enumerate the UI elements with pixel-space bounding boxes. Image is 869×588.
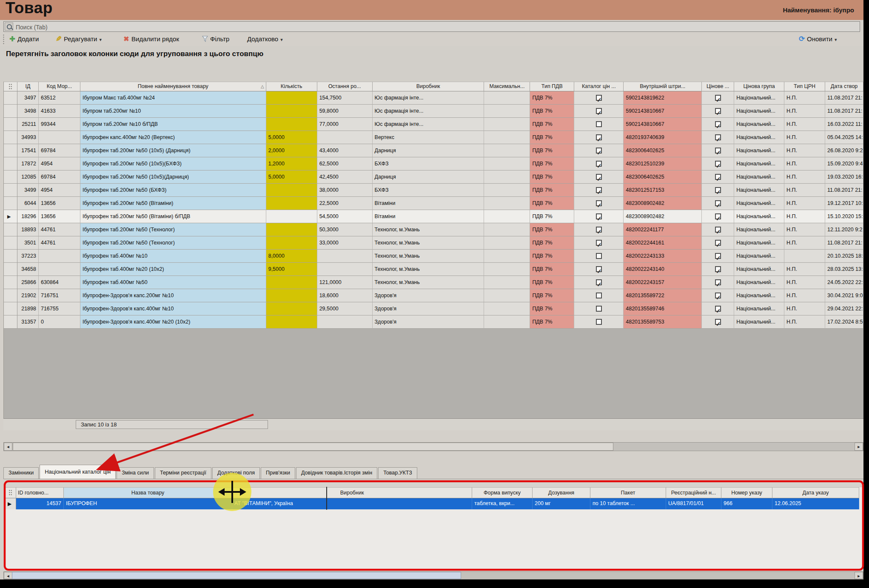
checkbox-unchecked-icon[interactable]: [596, 253, 602, 259]
cell-created[interactable]: 19.03.2020 16:: [825, 170, 863, 184]
cell-price_group[interactable]: Національний...: [734, 250, 784, 263]
scroll-thumb[interactable]: [13, 443, 613, 451]
cell-max[interactable]: [484, 91, 530, 105]
cell-catalog[interactable]: [574, 157, 624, 170]
cell-created[interactable]: 24.05.2022 22:: [825, 276, 863, 289]
cell-barcode[interactable]: 4820022243140: [624, 263, 702, 276]
cell-barcode[interactable]: 4820135589746: [624, 302, 702, 315]
detail-grid-row[interactable]: 14537ІБУПРОФЕНАТ "ВІТАМІНИ", Українатабл…: [5, 498, 859, 509]
column-header-id[interactable]: ІД: [17, 82, 39, 91]
checkbox-checked-icon[interactable]: [596, 213, 602, 219]
cell-name[interactable]: Ібупрофен таб.200мг №50 (Технолог): [80, 223, 266, 236]
cell-last[interactable]: 42,4500: [317, 170, 373, 184]
cell-catalog[interactable]: [574, 302, 624, 315]
cell-price_group[interactable]: Національний...: [734, 315, 784, 329]
cell-last[interactable]: [317, 263, 373, 276]
cell-qty[interactable]: 1,2000: [266, 157, 317, 170]
cell-qty[interactable]: 5,0000: [266, 170, 317, 184]
checkbox-checked-icon[interactable]: [715, 253, 721, 259]
cell-code[interactable]: 69784: [39, 144, 80, 157]
row-indicator[interactable]: [4, 197, 17, 210]
cell-manufacturer[interactable]: Здоров'я: [373, 315, 484, 329]
cell-created[interactable]: 11.08.2017 21:: [825, 236, 863, 250]
cell-id[interactable]: 6044: [17, 197, 39, 210]
cell-qty[interactable]: [266, 184, 317, 197]
cell-catalog[interactable]: [574, 184, 624, 197]
cell-id[interactable]: 37223: [17, 250, 39, 263]
checkbox-checked-icon[interactable]: [596, 240, 602, 246]
cell-max[interactable]: [484, 289, 530, 302]
cell-id[interactable]: 18296: [17, 210, 39, 223]
cell-max[interactable]: [484, 250, 530, 263]
cell-max[interactable]: [484, 105, 530, 118]
cell-created[interactable]: 29.04.2021 22:: [825, 302, 863, 315]
cell-id[interactable]: 31357: [17, 315, 39, 329]
cell-qty[interactable]: [266, 223, 317, 236]
cell-name[interactable]: Ібупрофен таб.200мг №50 (БХФЗ): [80, 184, 266, 197]
checkbox-checked-icon[interactable]: [715, 227, 721, 233]
cell-created[interactable]: 11.08.2017 21:: [825, 91, 863, 105]
checkbox-checked-icon[interactable]: [715, 161, 721, 167]
cell-vat[interactable]: ПДВ 7%: [530, 105, 574, 118]
cell-vat[interactable]: ПДВ 7%: [530, 91, 574, 105]
cell-manufacturer[interactable]: Вітаміни: [373, 197, 484, 210]
cell-name[interactable]: Ібупрофен таб.200мг №50 (Технолог): [80, 236, 266, 250]
cell-created[interactable]: 11.08.2017 21:: [825, 184, 863, 197]
cell-qty[interactable]: 9,5000: [266, 263, 317, 276]
row-indicator[interactable]: [5, 498, 16, 509]
cell-manufacturer[interactable]: Юс фармація інте...: [373, 105, 484, 118]
scroll-left-button[interactable]: [4, 443, 12, 451]
checkbox-checked-icon[interactable]: [596, 134, 602, 140]
cell-price_check[interactable]: [702, 289, 734, 302]
detail-column-header-form[interactable]: Форма випуску: [472, 487, 533, 498]
checkbox-checked-icon[interactable]: [715, 148, 721, 153]
cell-price_group[interactable]: Національний...: [734, 105, 784, 118]
cell-crn[interactable]: Н.П.: [784, 263, 825, 276]
table-row[interactable]: 1754169784Ібупрофен таб.200мг №50 (10х5)…: [4, 144, 863, 157]
cell-barcode[interactable]: 4823006402625: [624, 144, 702, 157]
tab-national-price-catalog[interactable]: Національний каталог цін: [40, 465, 116, 479]
scroll-right-button[interactable]: [855, 443, 863, 451]
table-row[interactable]: 349841633Ібупром таб.200мг №1059,8000Юс …: [4, 105, 863, 118]
cell-qty[interactable]: [266, 210, 317, 223]
cell-price_check[interactable]: [702, 91, 734, 105]
cell-name[interactable]: Ібупрофен таб.200мг №50 (Вітаміни) б/ПДВ: [80, 210, 266, 223]
column-header-barcode[interactable]: Внутрішній штри...: [624, 82, 702, 91]
cell-manufacturer[interactable]: Дарниця: [373, 144, 484, 157]
cell-catalog[interactable]: [574, 289, 624, 302]
cell-barcode[interactable]: 5902143819622: [624, 91, 702, 105]
cell-created[interactable]: 20.10.2025 18:: [825, 250, 863, 263]
detail-cell-decree_date[interactable]: 12.06.2025: [772, 498, 859, 509]
cell-qty[interactable]: [266, 289, 317, 302]
cell-barcode[interactable]: 4820135589753: [624, 315, 702, 329]
checkbox-checked-icon[interactable]: [715, 187, 721, 193]
row-indicator[interactable]: [4, 289, 17, 302]
cell-name[interactable]: Ібупрофен таб.200мг №50 (Вітаміни): [80, 197, 266, 210]
edit-button[interactable]: Редагувати: [52, 34, 104, 45]
cell-manufacturer[interactable]: Юс фармація інте...: [373, 91, 484, 105]
cell-catalog[interactable]: [574, 197, 624, 210]
cell-max[interactable]: [484, 197, 530, 210]
table-row[interactable]: 1829613656Ібупрофен таб.200мг №50 (Вітам…: [4, 210, 863, 223]
cell-catalog[interactable]: [574, 315, 624, 329]
scroll-right-button[interactable]: [855, 572, 863, 579]
cell-price_group[interactable]: Національний...: [734, 184, 784, 197]
cell-crn[interactable]: Н.П.: [784, 170, 825, 184]
cell-max[interactable]: [484, 157, 530, 170]
grid-handle-icon[interactable]: [5, 487, 16, 498]
cell-crn[interactable]: Н.П.: [784, 157, 825, 170]
cell-price_check[interactable]: [702, 170, 734, 184]
cell-price_check[interactable]: [702, 223, 734, 236]
table-row[interactable]: 21902716751Ібупрофен-Здоров'я капс.200мг…: [4, 289, 863, 302]
column-header-name[interactable]: Повне найменування товару△: [80, 82, 266, 91]
detail-column-header-reg_number[interactable]: Реєстраційний н...: [666, 487, 721, 498]
cell-manufacturer[interactable]: Технолог, м.Умань: [373, 263, 484, 276]
table-row[interactable]: 604413656Ібупрофен таб.200мг №50 (Вітамі…: [4, 197, 863, 210]
cell-name[interactable]: Ібупрофен таб.200мг №50 (10х5)(БХФЗ): [80, 157, 266, 170]
detail-column-header-manufacturer[interactable]: Виробник: [232, 487, 472, 498]
cell-catalog[interactable]: [574, 131, 624, 144]
tab-7[interactable]: Товар.УКТЗ: [378, 467, 417, 479]
cell-max[interactable]: [484, 184, 530, 197]
cell-created[interactable]: 15.09.2020 9:4: [825, 157, 863, 170]
checkbox-checked-icon[interactable]: [715, 134, 721, 140]
